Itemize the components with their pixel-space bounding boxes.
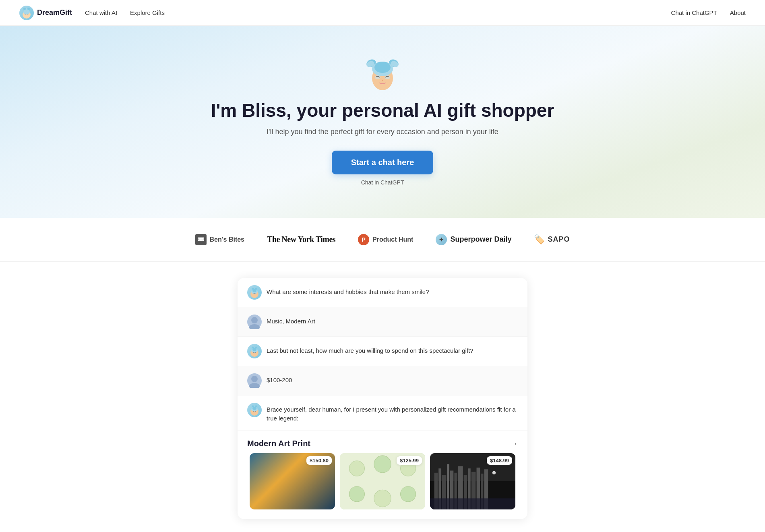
user-avatar-svg-2 [247,373,262,388]
product-card-2[interactable]: $125.99 [340,453,425,509]
svg-point-4 [27,8,30,10]
nyt-label: The New York Times [267,235,335,244]
ai-avatar-3 [247,403,262,417]
svg-point-29 [252,348,256,351]
svg-point-23 [251,317,258,323]
chat-message-2: Music, Modern Art [238,307,527,337]
ph-label: Product Hunt [372,236,413,243]
svg-point-59 [492,471,496,474]
user-avatar-svg-1 [247,315,262,329]
bens-bites-label: Ben's Bites [210,236,245,243]
logos-strip: ⌨ Ben's Bites The New York Times P Produ… [0,218,765,262]
product-cards: $150.80 [238,453,527,519]
sapo-icon: 🏷️ [534,234,545,245]
svg-point-6 [27,14,29,15]
product-price-3: $148.99 [487,456,512,465]
bens-bites-icon: ⌨ [195,234,207,245]
svg-rect-60 [430,498,515,509]
product-price-1: $150.80 [306,456,332,465]
product-card-3[interactable]: $148.99 [430,453,515,509]
logo[interactable]: DreamGift [19,6,72,20]
logo-icon [19,6,34,20]
logo-nyt: The New York Times [267,235,335,244]
ph-icon: P [358,234,369,245]
svg-point-17 [382,80,383,81]
svg-point-41 [349,486,364,502]
svg-point-24 [249,324,260,329]
logo-superpower-daily: ✦ Superpower Daily [436,234,511,245]
chat-text-3: Last but not least, how much are you wil… [267,344,473,356]
logo-bens-bites: ⌨ Ben's Bites [195,234,245,245]
chat-section: What are some interests and hobbies that… [229,262,536,532]
chat-message-1: What are some interests and hobbies that… [238,278,527,307]
user-avatar-2 [247,373,262,388]
nav-left: DreamGift Chat with AI Explore Gifts [19,6,165,20]
nav-explore-gifts[interactable]: Explore Gifts [130,9,165,16]
chat-text-1: What are some interests and hobbies that… [267,285,429,297]
bliss-avatar [362,48,403,92]
chat-text-5: Brace yourself, dear human, for I presen… [267,403,518,423]
ai-avatar-2 [247,344,262,358]
logo-text: DreamGift [37,8,72,17]
hero-subheadline: I'll help you find the perfect gift for … [267,128,498,136]
svg-point-30 [251,376,258,382]
product-card-1[interactable]: $150.80 [250,453,335,509]
svg-point-42 [374,490,391,507]
product-price-2: $125.99 [397,456,422,465]
ai-avatar-svg-3 [247,403,262,417]
svg-point-38 [349,461,364,476]
hero-headline: I'm Bliss, your personal AI gift shopper [211,100,554,121]
logo-sapo: 🏷️ SAPO [534,234,570,245]
svg-point-14 [374,62,391,73]
logo-svg [19,6,34,20]
ai-avatar-svg-1 [247,285,262,300]
product-header: Modern Art Print → [238,431,527,453]
user-avatar-1 [247,315,262,329]
hero-section: I'm Bliss, your personal AI gift shopper… [0,26,765,218]
ai-avatar-svg-2 [247,344,262,358]
svg-point-39 [374,455,391,472]
svg-point-31 [249,383,260,388]
nav-about[interactable]: About [730,9,746,16]
chat-text-2: Music, Modern Art [267,315,315,326]
chat-message-4: $100-200 [238,366,527,395]
chat-text-4: $100-200 [267,373,292,385]
start-chat-button[interactable]: Start a chat here [332,151,434,174]
svg-point-36 [252,407,256,410]
cta-sub-text: Chat in ChatGPT [361,179,404,186]
product-arrow-icon[interactable]: → [510,439,518,448]
chat-message-3: Last but not least, how much are you wil… [238,337,527,366]
chat-window: What are some interests and hobbies that… [238,278,527,519]
product-section: Modern Art Print → $150.80 [238,431,527,519]
sapo-label: SAPO [548,235,570,244]
hero-avatar [362,50,403,90]
svg-point-43 [401,486,416,502]
nav-chat-ai[interactable]: Chat with AI [85,9,117,16]
sp-label: Superpower Daily [450,235,511,244]
nav-right: Chat in ChatGPT About [671,9,746,16]
nav-chat-chatgpt[interactable]: Chat in ChatGPT [671,9,717,16]
logo-product-hunt: P Product Hunt [358,234,413,245]
svg-point-3 [23,8,26,10]
ai-avatar-1 [247,285,262,300]
product-category-title: Modern Art Print [247,439,310,448]
sp-icon: ✦ [436,234,447,245]
svg-point-22 [252,289,256,292]
chat-message-5: Brace yourself, dear human, for I presen… [238,395,527,431]
navbar: DreamGift Chat with AI Explore Gifts Cha… [0,0,765,26]
svg-point-5 [25,14,26,15]
